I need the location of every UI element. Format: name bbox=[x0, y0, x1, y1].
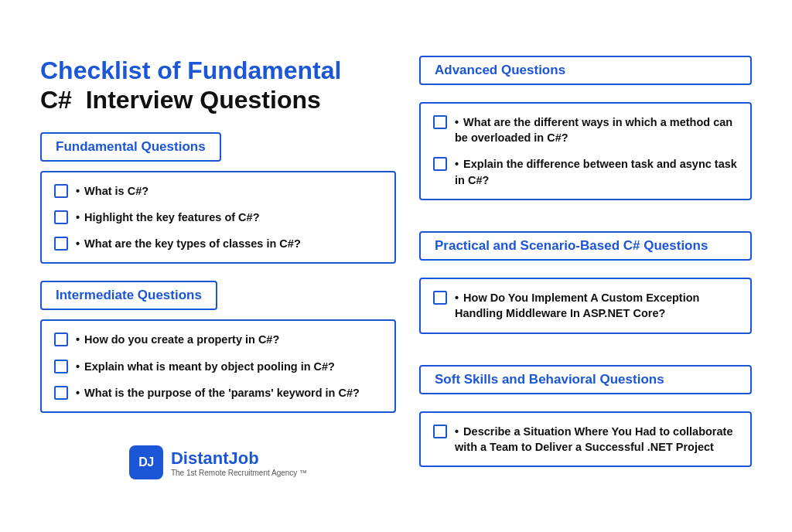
intermediate-section-header: Intermediate Questions bbox=[40, 281, 217, 310]
page-container: Checklist of Fundamental C# Interview Qu… bbox=[25, 32, 767, 500]
practical-section: Practical and Scenario-Based C# Question… bbox=[419, 231, 752, 351]
checkbox-2[interactable] bbox=[54, 210, 68, 224]
list-item: • Highlight the key features of C#? bbox=[54, 210, 382, 225]
advanced-questions-box: • What are the different ways in which a… bbox=[419, 102, 752, 200]
question-text: • Explain what is meant by object poolin… bbox=[76, 359, 335, 374]
checkbox-4[interactable] bbox=[54, 332, 68, 346]
question-text: • What are the different ways in which a… bbox=[455, 114, 738, 146]
list-item: • Describe a Situation Where You Had to … bbox=[433, 424, 738, 455]
fundamental-section-header: Fundamental Questions bbox=[40, 132, 221, 162]
logo-area: DJ DistantJob The 1st Remote Recruitment… bbox=[129, 438, 307, 479]
page-title: Checklist of Fundamental C# Interview Qu… bbox=[40, 56, 396, 115]
title-part3: Interview Questions bbox=[86, 86, 321, 114]
list-item: • What is the purpose of the 'params' ke… bbox=[54, 385, 382, 401]
fundamental-header-label: Fundamental Questions bbox=[56, 139, 206, 154]
practical-questions-box: • How Do You Implement A Custom Exceptio… bbox=[419, 278, 752, 334]
checkbox-1[interactable] bbox=[54, 184, 68, 198]
list-item: • What are the key types of classes in C… bbox=[54, 236, 382, 251]
practical-header-label: Practical and Scenario-Based C# Question… bbox=[435, 238, 708, 253]
logo-icon: DJ bbox=[129, 445, 163, 479]
logo-name: DistantJob bbox=[171, 448, 307, 469]
list-item: • How Do You Implement A Custom Exceptio… bbox=[433, 290, 738, 322]
list-item: • What are the different ways in which a… bbox=[433, 114, 738, 146]
intermediate-header-label: Intermediate Questions bbox=[56, 288, 202, 302]
question-text: • Describe a Situation Where You Had to … bbox=[455, 424, 738, 455]
soft-skills-header-label: Soft Skills and Behavioral Questions bbox=[435, 372, 664, 387]
list-item: • Explain the difference between task an… bbox=[433, 156, 738, 188]
advanced-header-label: Advanced Questions bbox=[435, 63, 565, 77]
question-text: • What is C#? bbox=[76, 183, 148, 199]
right-column: Advanced Questions • What are the differ… bbox=[419, 56, 752, 484]
intermediate-questions-box: • How do you create a property in C#? • … bbox=[40, 319, 396, 413]
question-text: • What are the key types of classes in C… bbox=[76, 236, 301, 251]
checkbox-7[interactable] bbox=[433, 115, 447, 129]
question-text: • How Do You Implement A Custom Exceptio… bbox=[455, 290, 738, 322]
checkbox-10[interactable] bbox=[433, 425, 447, 438]
advanced-section: Advanced Questions • What are the differ… bbox=[419, 56, 752, 217]
soft-skills-section: Soft Skills and Behavioral Questions • D… bbox=[419, 365, 752, 485]
title-part2: C# bbox=[40, 86, 72, 114]
practical-section-header: Practical and Scenario-Based C# Question… bbox=[419, 231, 752, 261]
checkbox-8[interactable] bbox=[433, 157, 447, 171]
checkbox-9[interactable] bbox=[433, 291, 447, 305]
soft-skills-questions-box: • Describe a Situation Where You Had to … bbox=[419, 411, 752, 468]
title-part1: Checklist of Fundamental bbox=[40, 56, 341, 84]
logo-subtitle: The 1st Remote Recruitment Agency ™ bbox=[171, 469, 307, 477]
checkbox-6[interactable] bbox=[54, 386, 68, 400]
left-column: Checklist of Fundamental C# Interview Qu… bbox=[40, 56, 396, 484]
question-text: • What is the purpose of the 'params' ke… bbox=[76, 385, 360, 401]
question-text: • How do you create a property in C#? bbox=[76, 332, 279, 347]
advanced-section-header: Advanced Questions bbox=[419, 56, 752, 85]
logo-text-block: DistantJob The 1st Remote Recruitment Ag… bbox=[171, 448, 307, 477]
list-item: • Explain what is meant by object poolin… bbox=[54, 359, 382, 374]
fundamental-questions-box: • What is C#? • Highlight the key featur… bbox=[40, 171, 396, 264]
question-text: • Explain the difference between task an… bbox=[455, 156, 738, 188]
logo-row: DJ DistantJob The 1st Remote Recruitment… bbox=[40, 430, 396, 479]
soft-skills-section-header: Soft Skills and Behavioral Questions bbox=[419, 365, 752, 394]
checkbox-5[interactable] bbox=[54, 360, 68, 373]
checkbox-3[interactable] bbox=[54, 237, 68, 251]
list-item: • What is C#? bbox=[54, 183, 382, 199]
list-item: • How do you create a property in C#? bbox=[54, 332, 382, 347]
question-text: • Highlight the key features of C#? bbox=[76, 210, 260, 225]
